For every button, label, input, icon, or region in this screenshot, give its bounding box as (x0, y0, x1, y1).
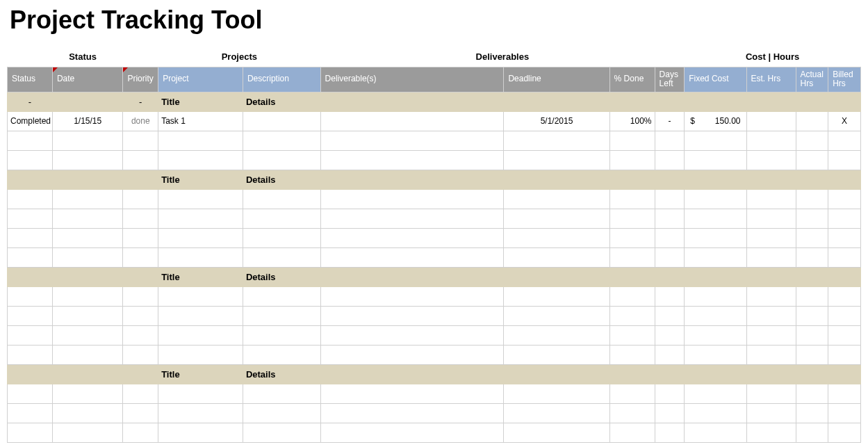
cell-esthrs[interactable] (746, 111, 796, 131)
cell[interactable] (158, 306, 243, 325)
cell[interactable] (243, 306, 320, 325)
cell[interactable] (158, 150, 243, 170)
cell[interactable] (243, 384, 320, 403)
section-details[interactable]: Details (243, 267, 860, 286)
cell[interactable] (796, 247, 828, 267)
cell[interactable] (320, 423, 504, 442)
cell[interactable] (746, 131, 796, 150)
cell[interactable] (504, 228, 609, 247)
cell[interactable] (685, 209, 746, 228)
cell[interactable] (746, 325, 796, 345)
cell[interactable] (685, 189, 746, 209)
cell[interactable] (685, 403, 746, 423)
cell[interactable] (243, 228, 320, 247)
cell[interactable] (8, 267, 53, 286)
cell[interactable] (320, 228, 504, 247)
cell[interactable] (8, 306, 53, 325)
cell[interactable] (320, 345, 504, 364)
cell[interactable] (746, 286, 796, 306)
cell-daysleft[interactable]: - (655, 111, 685, 131)
cell[interactable] (52, 267, 122, 286)
cell[interactable] (320, 286, 504, 306)
cell-fixedcost[interactable]: $150.00 (685, 111, 746, 131)
cell[interactable] (243, 325, 320, 345)
cell[interactable] (655, 384, 685, 403)
cell[interactable] (828, 189, 861, 209)
cell[interactable] (746, 228, 796, 247)
cell[interactable] (796, 403, 828, 423)
cell-pctdone[interactable]: 100% (609, 111, 655, 131)
cell[interactable] (828, 384, 861, 403)
section-dash[interactable]: - (8, 92, 53, 111)
section-details[interactable]: Details (243, 170, 860, 189)
cell[interactable] (655, 228, 685, 247)
cell[interactable] (685, 247, 746, 267)
cell[interactable] (685, 286, 746, 306)
cell[interactable] (609, 247, 655, 267)
cell[interactable] (123, 150, 158, 170)
cell[interactable] (8, 170, 53, 189)
cell[interactable] (655, 150, 685, 170)
cell[interactable] (655, 247, 685, 267)
cell[interactable] (52, 384, 122, 403)
cell[interactable] (320, 306, 504, 325)
cell[interactable] (746, 189, 796, 209)
cell[interactable] (320, 325, 504, 345)
cell[interactable] (609, 384, 655, 403)
col-project[interactable]: Project (158, 67, 243, 92)
cell[interactable] (828, 247, 861, 267)
cell[interactable] (52, 209, 122, 228)
cell[interactable] (828, 325, 861, 345)
cell[interactable] (609, 150, 655, 170)
cell[interactable] (52, 150, 122, 170)
cell[interactable] (52, 364, 122, 384)
col-esthrs[interactable]: Est. Hrs (746, 67, 796, 92)
cell[interactable] (52, 325, 122, 345)
cell[interactable] (158, 345, 243, 364)
cell-priority[interactable]: done (123, 111, 158, 131)
cell[interactable] (828, 228, 861, 247)
section-title[interactable]: Title (158, 267, 243, 286)
cell[interactable] (746, 150, 796, 170)
cell[interactable] (52, 345, 122, 364)
cell[interactable] (609, 228, 655, 247)
cell[interactable] (609, 325, 655, 345)
cell[interactable] (828, 286, 861, 306)
cell[interactable] (158, 325, 243, 345)
cell[interactable] (504, 150, 609, 170)
cell[interactable] (796, 345, 828, 364)
cell[interactable] (52, 228, 122, 247)
cell[interactable] (123, 286, 158, 306)
cell[interactable] (609, 403, 655, 423)
cell[interactable] (655, 423, 685, 442)
cell[interactable] (320, 384, 504, 403)
section-title[interactable]: Title (158, 92, 243, 111)
cell[interactable] (123, 325, 158, 345)
cell[interactable] (320, 403, 504, 423)
cell[interactable] (243, 286, 320, 306)
cell[interactable] (796, 384, 828, 403)
cell[interactable] (123, 228, 158, 247)
cell[interactable] (685, 345, 746, 364)
cell[interactable] (8, 228, 53, 247)
cell[interactable] (685, 325, 746, 345)
cell[interactable] (8, 286, 53, 306)
cell[interactable] (828, 209, 861, 228)
cell[interactable] (504, 306, 609, 325)
cell[interactable] (123, 403, 158, 423)
cell[interactable] (52, 403, 122, 423)
cell[interactable] (243, 345, 320, 364)
cell[interactable] (655, 209, 685, 228)
cell[interactable] (123, 209, 158, 228)
cell-acthrs[interactable] (796, 111, 828, 131)
cell[interactable] (52, 170, 122, 189)
section-details[interactable]: Details (243, 92, 860, 111)
cell[interactable] (655, 286, 685, 306)
cell[interactable] (655, 131, 685, 150)
cell[interactable] (655, 403, 685, 423)
cell[interactable] (123, 384, 158, 403)
cell[interactable] (609, 209, 655, 228)
cell[interactable] (828, 150, 861, 170)
cell[interactable] (504, 131, 609, 150)
cell[interactable] (655, 306, 685, 325)
